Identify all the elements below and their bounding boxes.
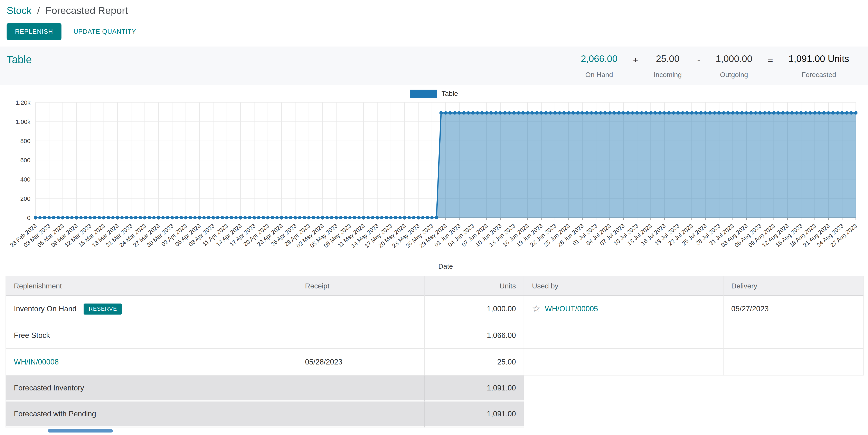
forecasted-value: 1,091.00 Units: [788, 54, 849, 65]
replenishment-cell: Inventory On HandRESERVE: [5, 296, 297, 322]
incoming-value: 25.00: [656, 54, 679, 65]
used-by-cell: ☆WH/OUT/00005: [524, 296, 723, 322]
update-quantity-button[interactable]: UPDATE QUANTITY: [73, 28, 136, 35]
summary-bar: Table 2,066.00 On Hand + 25.00 Incoming …: [0, 47, 868, 85]
legend-color-swatch: [410, 90, 436, 98]
used-by-cell: [524, 402, 723, 427]
replenishment-label: Free Stock: [14, 331, 50, 340]
units-cell: 25.00: [425, 349, 524, 376]
delivery-cell: [723, 376, 864, 401]
column-header-used-by[interactable]: Used by: [524, 276, 723, 296]
column-header-units[interactable]: Units: [425, 276, 524, 296]
forecasted-label: Forecasted: [802, 71, 836, 79]
svg-text:1.00k: 1.00k: [16, 118, 30, 125]
product-title-link[interactable]: Table: [7, 54, 32, 66]
forecast-metrics: 2,066.00 On Hand + 25.00 Incoming - 1,00…: [568, 54, 863, 79]
breadcrumb-stock-link[interactable]: Stock: [7, 5, 32, 16]
replenishment-cell: Forecasted Inventory: [5, 376, 297, 402]
forecast-chart-block: Table 02004006008001.00k1.20k28 Feb 2023…: [0, 88, 868, 274]
minus-operator: -: [697, 54, 700, 65]
table-row: WH/IN/0000805/28/202325.00: [5, 349, 864, 376]
used-by-cell: [524, 322, 723, 349]
table-body: Inventory On HandRESERVE1,000.00☆WH/OUT/…: [5, 296, 864, 428]
used-by-cell: [524, 349, 723, 376]
forecast-area-chart: 02004006008001.00k1.20k28 Feb 202303 Mar…: [0, 99, 868, 272]
delivery-cell: [723, 402, 864, 427]
breadcrumb-current: Forecasted Report: [45, 5, 128, 16]
replenishment-label: Forecasted Inventory: [14, 384, 84, 392]
incoming-label: Incoming: [654, 71, 682, 79]
legend-label: Table: [441, 90, 458, 97]
receipt-cell: [297, 296, 425, 322]
replenishment-label: Inventory On Hand: [14, 304, 76, 313]
svg-text:Date: Date: [438, 262, 453, 270]
svg-text:800: 800: [20, 138, 30, 144]
receipt-document-link[interactable]: WH/IN/00008: [14, 358, 59, 366]
receipt-cell: [297, 322, 425, 349]
receipt-cell: [297, 402, 425, 428]
table-row: Forecasted Inventory1,091.00: [5, 376, 864, 402]
metric-on-hand: 2,066.00 On Hand: [568, 54, 631, 79]
forecast-table: Replenishment Receipt Units Used by Deli…: [5, 276, 864, 428]
column-header-receipt[interactable]: Receipt: [297, 276, 425, 296]
action-buttons-row: REPLENISH UPDATE QUANTITY: [0, 17, 868, 40]
receipt-cell: 05/28/2023: [297, 349, 425, 376]
units-cell: 1,091.00: [425, 402, 524, 428]
column-header-delivery[interactable]: Delivery: [723, 276, 864, 296]
used-by-cell: [524, 376, 723, 401]
horizontal-scrollbar-thumb[interactable]: [48, 429, 113, 433]
svg-text:400: 400: [20, 176, 30, 183]
favorite-star-icon[interactable]: ☆: [532, 304, 540, 313]
chart-legend[interactable]: Table: [0, 88, 868, 99]
receipt-cell: [297, 376, 425, 402]
replenish-button[interactable]: REPLENISH: [7, 23, 62, 40]
replenishment-cell: Free Stock: [5, 322, 297, 349]
breadcrumb-separator: /: [37, 5, 40, 16]
outgoing-value: 1,000.00: [716, 54, 752, 65]
on-hand-label: On Hand: [585, 71, 613, 79]
metric-incoming: 25.00 Incoming: [640, 54, 695, 79]
metric-outgoing: 1,000.00 Outgoing: [702, 54, 766, 79]
svg-text:200: 200: [20, 195, 30, 202]
svg-text:0: 0: [27, 214, 30, 221]
table-row: Forecasted with Pending1,091.00: [5, 402, 864, 428]
delivery-cell: 05/27/2023: [723, 296, 864, 322]
equals-operator: =: [768, 54, 773, 65]
table-row: Free Stock1,066.00: [5, 322, 864, 349]
used-by-document-link[interactable]: WH/OUT/00005: [545, 304, 598, 313]
replenishment-cell: WH/IN/00008: [5, 349, 297, 376]
plus-operator: +: [633, 54, 638, 65]
units-cell: 1,066.00: [425, 322, 524, 349]
forecasted-report-page: Stock / Forecasted Report REPLENISH UPDA…: [0, 0, 868, 435]
svg-text:600: 600: [20, 157, 30, 164]
column-header-replenishment[interactable]: Replenishment: [5, 276, 297, 296]
replenishment-cell: Forecasted with Pending: [5, 402, 297, 428]
replenishment-label: Forecasted with Pending: [14, 410, 96, 418]
outgoing-label: Outgoing: [720, 71, 748, 79]
metric-forecasted: 1,091.00 Units Forecasted: [775, 54, 863, 79]
table-header-row: Replenishment Receipt Units Used by Deli…: [5, 276, 864, 296]
table-row: Inventory On HandRESERVE1,000.00☆WH/OUT/…: [5, 296, 864, 322]
svg-text:1.20k: 1.20k: [16, 99, 30, 106]
units-cell: 1,091.00: [425, 376, 524, 402]
breadcrumb: Stock / Forecasted Report: [0, 0, 868, 17]
units-cell: 1,000.00: [425, 296, 524, 322]
on-hand-value[interactable]: 2,066.00: [581, 54, 618, 65]
delivery-cell: [723, 349, 864, 376]
delivery-cell: [723, 322, 864, 349]
reserve-button[interactable]: RESERVE: [84, 303, 122, 314]
